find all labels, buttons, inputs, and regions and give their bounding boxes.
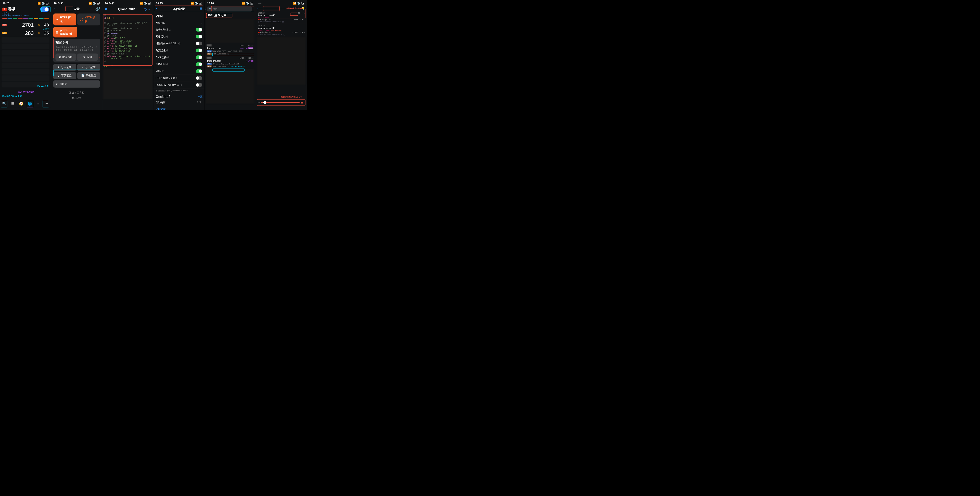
code-line[interactable]: 20;prefer-doh3: [103, 29, 153, 32]
section-vpn: VPN: [153, 12, 205, 20]
init-button[interactable]: ⟳初始化: [53, 80, 100, 87]
edit-button[interactable]: ✎编辑: [77, 54, 98, 61]
code-line[interactable]: 26server=[2400:3200:baba::1]: [103, 45, 153, 47]
snippet-button[interactable]: ▣配置片段: [56, 54, 76, 61]
wifi-icon: 📡: [41, 2, 45, 5]
code-line[interactable]: 25server=119.29.29.29: [103, 42, 153, 45]
vpn-row[interactable]: 分流优化i: [153, 47, 205, 54]
back-icon[interactable]: ‹: [156, 7, 157, 11]
row-geo-auto[interactable]: 自动更新 7 日 ›: [153, 99, 205, 106]
status-bar: 10:24 ◤ 📶📡80: [102, 0, 153, 6]
http-request-button[interactable]: ➤ HTTP 请求: [53, 14, 76, 25]
switch[interactable]: [196, 62, 202, 66]
tcp-right: 48: [44, 22, 49, 27]
info-icon[interactable]: i: [180, 84, 182, 86]
switch[interactable]: [196, 49, 202, 52]
vpn-row[interactable]: 排除路由 0.0.0.0/31i: [153, 40, 205, 47]
vpn-row[interactable]: MPMi: [153, 68, 205, 75]
activity-entry[interactable]: 10:28:23limbopro.com:443FINAL, ● FINAL这也…: [256, 24, 307, 37]
switch[interactable]: [196, 41, 202, 45]
download-icon: ⤓: [57, 74, 60, 77]
size-slider[interactable]: 08 ▮▮▯: [258, 101, 304, 104]
card-title: 配置文件: [56, 41, 98, 45]
code-line[interactable]: 18;circumvent-ipv4-answer = 127.0.0.1, 0…: [103, 22, 153, 27]
switch[interactable]: [196, 69, 202, 73]
download-button[interactable]: ⤓下载配置: [53, 72, 76, 79]
switch[interactable]: [196, 35, 202, 38]
code-line[interactable]: 29;server = 8.8.8.8: [103, 52, 153, 55]
search-input[interactable]: 🔍 搜索: [207, 6, 252, 11]
code-line[interactable]: 31: [103, 60, 153, 62]
screen-activity: ···· 📶📡79 ‹ 💡 10:28:2321 → 41limbopro.co…: [256, 0, 307, 110]
tab-globe-icon[interactable]: 🌐: [27, 101, 33, 106]
info-icon[interactable]: i: [167, 56, 169, 58]
vpn-row[interactable]: 网络接口›: [153, 20, 205, 26]
dns-entry[interactable]: ████10:28:22 #20mslimbopro.comA 记录AADDR1…: [204, 56, 256, 68]
code-line[interactable]: 27server=[2400:3200::1]: [103, 47, 153, 50]
back-icon[interactable]: ‹: [53, 7, 55, 11]
switch[interactable]: [196, 83, 202, 87]
panel-toolbar-link[interactable]: 面板 & 工具栏: [51, 91, 102, 94]
info-icon[interactable]: i: [176, 77, 178, 79]
code-line[interactable]: 21no-system: [103, 32, 153, 35]
info-icon[interactable]: i: [169, 29, 171, 31]
back-icon[interactable]: ‹: [205, 7, 207, 11]
main-switch[interactable]: [40, 7, 49, 12]
switch[interactable]: [196, 28, 202, 32]
code-line[interactable]: 30address=/raw.githubusercontent.com/185…: [103, 55, 153, 60]
tab-menu-icon[interactable]: ≡: [36, 101, 41, 106]
code-line[interactable]: 23server=223.5.5.5: [103, 37, 153, 40]
geo-source-link[interactable]: 来源: [198, 95, 202, 99]
clock: 10:24 ◤: [105, 2, 114, 5]
section-policy[interactable]: ●[policy]: [102, 64, 115, 68]
http-backend-button[interactable]: ▤ HTTP Backend: [53, 27, 77, 37]
section-dns[interactable]: ●[dns]: [103, 16, 115, 20]
other-settings-link[interactable]: 其他设置: [51, 97, 102, 100]
vpn-row[interactable]: DNS 劫持i: [153, 54, 205, 61]
switch[interactable]: [196, 76, 202, 80]
battery: 80: [46, 2, 48, 5]
check-icon[interactable]: ✓: [148, 7, 151, 11]
translate-icon[interactable]: 🅰: [200, 8, 202, 10]
close-icon[interactable]: ✕: [105, 7, 108, 11]
udp-stats-row[interactable]: UDP 283 ⬡ 25: [0, 29, 51, 37]
info-icon[interactable]: i: [166, 49, 169, 51]
export-button[interactable]: ⬆导出配置: [77, 64, 100, 71]
info-icon[interactable]: i: [166, 63, 169, 65]
vpn-row[interactable]: HTTP 代理服务器i: [153, 75, 205, 81]
tab-settings-icon[interactable]: ✦: [44, 101, 49, 106]
vpn-row[interactable]: 兼容性增强i: [153, 26, 205, 33]
activity-entry[interactable]: 10:28:2321 → 41limbopro.com:443FINAL, ● …: [256, 11, 307, 24]
vpn-row[interactable]: 网络活动i: [153, 33, 205, 40]
vpn-row[interactable]: 始终开启i: [153, 61, 205, 68]
doc-icon: 📄: [81, 74, 84, 77]
http-capture-button[interactable]: ⛶ HTTP 抓取: [77, 14, 100, 25]
back-icon[interactable]: ‹: [257, 6, 259, 11]
tab-list-icon[interactable]: ☰: [10, 101, 16, 106]
info-icon[interactable]: i: [162, 70, 164, 72]
tab-search-icon[interactable]: 🔍: [2, 101, 7, 106]
row-geo-update[interactable]: 立即更新: [153, 106, 205, 110]
format-icon[interactable]: ◇: [144, 7, 146, 11]
code-line[interactable]: 24server=114.114.114.114: [103, 40, 153, 42]
switch[interactable]: [196, 56, 202, 59]
info-icon[interactable]: i: [166, 36, 169, 38]
code-line[interactable]: 22;no-ipv6: [103, 35, 153, 37]
vpn-row[interactable]: SOCKS5 代理服务器i: [153, 81, 205, 88]
tcp-stats-row[interactable]: TCP 2701 ⬡ 48: [0, 20, 51, 29]
code-line[interactable]: 28server=[2402:4e00::]: [103, 50, 153, 52]
policy-bars: [2, 18, 49, 19]
bulb-icon[interactable]: 💡: [301, 6, 305, 10]
dns-entry[interactable]: ████10:28:22 #23mslimbopro.comAAAA 记录AAA…: [204, 43, 256, 56]
code-editor[interactable]: 15●[dns]18;circumvent-ipv4-answer = 127.…: [102, 13, 153, 68]
code-line[interactable]: 19;circumvent-ipv6-answer = ::: [103, 27, 153, 29]
link-icon[interactable]: 🔗: [95, 7, 100, 11]
tab-compass-icon[interactable]: 🧭: [19, 101, 24, 106]
info-icon[interactable]: i: [178, 43, 180, 45]
refresh-icon: ⟳: [56, 83, 58, 86]
hex-icon: ⬡: [38, 24, 40, 26]
server-icon: ▤: [56, 30, 59, 34]
import-button[interactable]: ⬇导入配置: [53, 64, 76, 71]
status-bar: 10:24 ◤ 📶📡80: [51, 0, 102, 6]
sample-button[interactable]: 📄示例配置: [77, 72, 100, 79]
